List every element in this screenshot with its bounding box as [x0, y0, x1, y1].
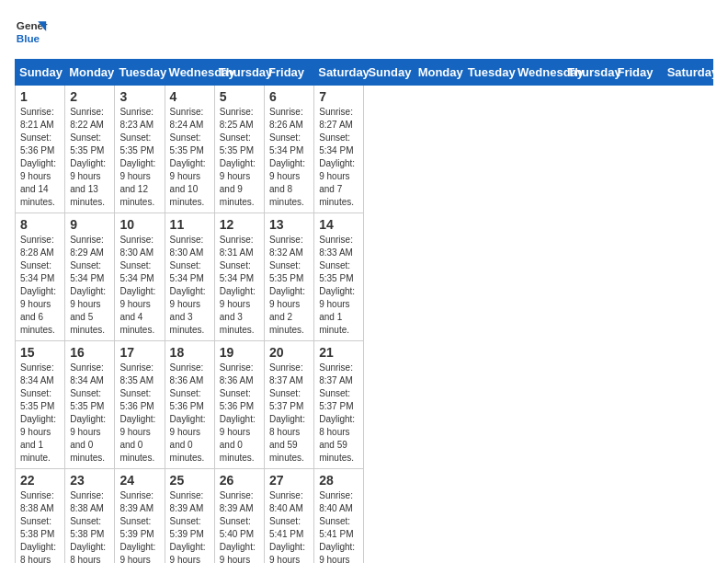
calendar-cell: 3Sunrise: 8:23 AM Sunset: 5:35 PM Daylig…	[115, 86, 165, 213]
day-number: 3	[119, 89, 159, 104]
day-info: Sunrise: 8:39 AM Sunset: 5:39 PM Dayligh…	[170, 489, 210, 563]
day-info: Sunrise: 8:36 AM Sunset: 5:36 PM Dayligh…	[220, 362, 259, 465]
day-info: Sunrise: 8:38 AM Sunset: 5:38 PM Dayligh…	[70, 489, 109, 563]
day-info: Sunrise: 8:22 AM Sunset: 5:35 PM Dayligh…	[70, 106, 109, 209]
day-info: Sunrise: 8:25 AM Sunset: 5:35 PM Dayligh…	[220, 106, 259, 209]
day-number: 25	[170, 473, 210, 488]
calendar-cell: 16Sunrise: 8:34 AM Sunset: 5:35 PM Dayli…	[65, 341, 115, 469]
day-info: Sunrise: 8:21 AM Sunset: 5:36 PM Dayligh…	[20, 106, 60, 209]
day-number: 8	[20, 217, 60, 232]
calendar-cell: 21Sunrise: 8:37 AM Sunset: 5:37 PM Dayli…	[314, 341, 364, 469]
day-number: 19	[220, 345, 259, 360]
header-sunday: Sunday	[16, 60, 65, 86]
svg-text:Blue: Blue	[17, 32, 40, 44]
header-friday: Friday	[265, 60, 314, 86]
day-info: Sunrise: 8:32 AM Sunset: 5:35 PM Dayligh…	[269, 234, 309, 337]
calendar-week-1: 1Sunrise: 8:21 AM Sunset: 5:36 PM Daylig…	[16, 86, 713, 213]
day-number: 26	[220, 473, 259, 488]
col-header-friday: Friday	[613, 60, 663, 86]
day-info: Sunrise: 8:37 AM Sunset: 5:37 PM Dayligh…	[269, 362, 309, 465]
page-header: General Blue	[15, 15, 713, 48]
calendar-cell: 23Sunrise: 8:38 AM Sunset: 5:38 PM Dayli…	[65, 469, 115, 564]
calendar-cell: 14Sunrise: 8:33 AM Sunset: 5:35 PM Dayli…	[314, 213, 364, 341]
day-number: 28	[319, 473, 358, 488]
day-info: Sunrise: 8:34 AM Sunset: 5:35 PM Dayligh…	[20, 362, 60, 465]
col-header-thursday: Thursday	[563, 60, 613, 86]
col-header-saturday: Saturday	[663, 60, 712, 86]
day-number: 17	[119, 345, 159, 360]
header-saturday: Saturday	[314, 60, 364, 86]
calendar-cell: 12Sunrise: 8:31 AM Sunset: 5:34 PM Dayli…	[214, 213, 264, 341]
day-number: 4	[170, 89, 210, 104]
day-number: 2	[70, 89, 109, 104]
calendar-cell: 22Sunrise: 8:38 AM Sunset: 5:38 PM Dayli…	[16, 469, 65, 564]
day-info: Sunrise: 8:27 AM Sunset: 5:34 PM Dayligh…	[319, 106, 358, 209]
day-number: 7	[319, 89, 358, 104]
day-info: Sunrise: 8:24 AM Sunset: 5:35 PM Dayligh…	[170, 106, 210, 209]
day-info: Sunrise: 8:23 AM Sunset: 5:35 PM Dayligh…	[119, 106, 159, 209]
day-number: 10	[119, 217, 159, 232]
day-info: Sunrise: 8:34 AM Sunset: 5:35 PM Dayligh…	[70, 362, 109, 465]
day-number: 24	[119, 473, 159, 488]
col-header-wednesday: Wednesday	[514, 60, 563, 86]
day-number: 11	[170, 217, 210, 232]
calendar-cell: 4Sunrise: 8:24 AM Sunset: 5:35 PM Daylig…	[165, 86, 214, 213]
header-wednesday: Wednesday	[165, 60, 214, 86]
day-info: Sunrise: 8:36 AM Sunset: 5:36 PM Dayligh…	[170, 362, 210, 465]
day-number: 15	[20, 345, 60, 360]
calendar-cell: 25Sunrise: 8:39 AM Sunset: 5:39 PM Dayli…	[165, 469, 214, 564]
day-info: Sunrise: 8:30 AM Sunset: 5:34 PM Dayligh…	[170, 234, 210, 337]
calendar-cell: 11Sunrise: 8:30 AM Sunset: 5:34 PM Dayli…	[165, 213, 214, 341]
logo-icon: General Blue	[15, 15, 48, 48]
day-info: Sunrise: 8:40 AM Sunset: 5:41 PM Dayligh…	[269, 489, 309, 563]
day-number: 18	[170, 345, 210, 360]
day-number: 9	[70, 217, 109, 232]
day-number: 21	[319, 345, 358, 360]
calendar-cell: 20Sunrise: 8:37 AM Sunset: 5:37 PM Dayli…	[265, 341, 314, 469]
day-info: Sunrise: 8:31 AM Sunset: 5:34 PM Dayligh…	[220, 234, 259, 337]
header-thursday: Thursday	[214, 60, 264, 86]
day-number: 20	[269, 345, 309, 360]
calendar-cell: 10Sunrise: 8:30 AM Sunset: 5:34 PM Dayli…	[115, 213, 165, 341]
day-info: Sunrise: 8:35 AM Sunset: 5:36 PM Dayligh…	[119, 362, 159, 465]
day-info: Sunrise: 8:30 AM Sunset: 5:34 PM Dayligh…	[119, 234, 159, 337]
day-info: Sunrise: 8:29 AM Sunset: 5:34 PM Dayligh…	[70, 234, 109, 337]
day-number: 5	[220, 89, 259, 104]
calendar-header-row: SundayMondayTuesdayWednesdayThursdayFrid…	[16, 60, 713, 86]
calendar-cell: 5Sunrise: 8:25 AM Sunset: 5:35 PM Daylig…	[214, 86, 264, 213]
day-number: 13	[269, 217, 309, 232]
day-number: 22	[20, 473, 60, 488]
calendar-week-3: 15Sunrise: 8:34 AM Sunset: 5:35 PM Dayli…	[16, 341, 713, 469]
day-info: Sunrise: 8:39 AM Sunset: 5:39 PM Dayligh…	[119, 489, 159, 563]
col-header-tuesday: Tuesday	[463, 60, 513, 86]
day-number: 14	[319, 217, 358, 232]
day-info: Sunrise: 8:28 AM Sunset: 5:34 PM Dayligh…	[20, 234, 60, 337]
calendar-cell: 26Sunrise: 8:39 AM Sunset: 5:40 PM Dayli…	[214, 469, 264, 564]
calendar-cell: 13Sunrise: 8:32 AM Sunset: 5:35 PM Dayli…	[265, 213, 314, 341]
day-number: 1	[20, 89, 60, 104]
day-number: 27	[269, 473, 309, 488]
day-number: 16	[70, 345, 109, 360]
calendar-table: SundayMondayTuesdayWednesdayThursdayFrid…	[15, 59, 713, 563]
header-tuesday: Tuesday	[115, 60, 165, 86]
day-info: Sunrise: 8:39 AM Sunset: 5:40 PM Dayligh…	[220, 489, 259, 563]
header-monday: Monday	[65, 60, 115, 86]
calendar-cell: 18Sunrise: 8:36 AM Sunset: 5:36 PM Dayli…	[165, 341, 214, 469]
day-info: Sunrise: 8:38 AM Sunset: 5:38 PM Dayligh…	[20, 489, 60, 563]
calendar-cell: 24Sunrise: 8:39 AM Sunset: 5:39 PM Dayli…	[115, 469, 165, 564]
calendar-cell: 1Sunrise: 8:21 AM Sunset: 5:36 PM Daylig…	[16, 86, 65, 213]
calendar-week-2: 8Sunrise: 8:28 AM Sunset: 5:34 PM Daylig…	[16, 213, 713, 341]
calendar-cell: 27Sunrise: 8:40 AM Sunset: 5:41 PM Dayli…	[265, 469, 314, 564]
calendar-cell: 19Sunrise: 8:36 AM Sunset: 5:36 PM Dayli…	[214, 341, 264, 469]
calendar-cell: 6Sunrise: 8:26 AM Sunset: 5:34 PM Daylig…	[265, 86, 314, 213]
calendar-cell: 9Sunrise: 8:29 AM Sunset: 5:34 PM Daylig…	[65, 213, 115, 341]
day-number: 6	[269, 89, 309, 104]
day-info: Sunrise: 8:40 AM Sunset: 5:41 PM Dayligh…	[319, 489, 358, 563]
col-header-monday: Monday	[414, 60, 463, 86]
day-info: Sunrise: 8:33 AM Sunset: 5:35 PM Dayligh…	[319, 234, 358, 337]
calendar-cell: 17Sunrise: 8:35 AM Sunset: 5:36 PM Dayli…	[115, 341, 165, 469]
col-header-sunday: Sunday	[364, 60, 414, 86]
calendar-week-4: 22Sunrise: 8:38 AM Sunset: 5:38 PM Dayli…	[16, 469, 713, 564]
day-info: Sunrise: 8:26 AM Sunset: 5:34 PM Dayligh…	[269, 106, 309, 209]
day-number: 12	[220, 217, 259, 232]
